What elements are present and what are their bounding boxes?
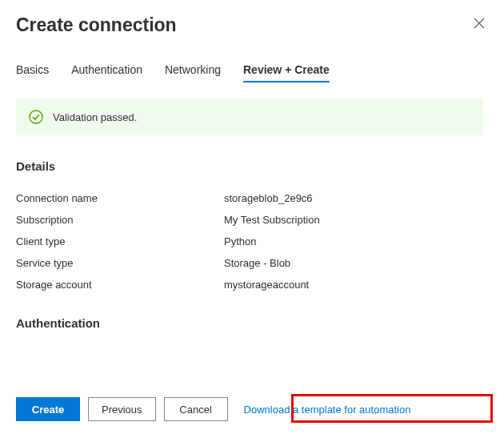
connection-name-value: storageblob_2e9c6 [224, 192, 313, 204]
validation-banner: Validation passed. [16, 98, 483, 135]
storage-account-label: Storage account [16, 279, 224, 291]
storage-account-value: mystorageaccount [224, 279, 309, 291]
client-type-label: Client type [16, 235, 224, 247]
kv-storage-account: Storage account mystorageaccount [16, 274, 483, 295]
footer-bar: Create Previous Cancel Download a templa… [0, 388, 504, 434]
download-template-link[interactable]: Download a template for automation [244, 404, 411, 416]
kv-service-type: Service type Storage - Blob [16, 252, 483, 274]
kv-subscription: Subscription My Test Subscription [16, 209, 483, 231]
client-type-value: Python [224, 235, 256, 247]
cancel-button[interactable]: Cancel [164, 397, 228, 421]
subscription-value: My Test Subscription [224, 214, 320, 226]
create-connection-panel: Create connection Basics Authentication … [0, 0, 504, 434]
panel-header: Create connection [16, 14, 488, 36]
previous-button[interactable]: Previous [88, 397, 156, 421]
tab-basics[interactable]: Basics [16, 58, 49, 82]
content-scroll[interactable]: Validation passed. Details Connection na… [16, 98, 488, 434]
panel-title: Create connection [16, 14, 177, 36]
tab-networking[interactable]: Networking [165, 58, 221, 82]
kv-connection-name: Connection name storageblob_2e9c6 [16, 187, 483, 209]
close-button[interactable] [470, 14, 488, 34]
service-type-value: Storage - Blob [224, 257, 290, 269]
tab-authentication[interactable]: Authentication [71, 58, 142, 82]
connection-name-label: Connection name [16, 192, 224, 204]
subscription-label: Subscription [16, 214, 224, 226]
details-section-title: Details [16, 159, 483, 173]
tab-strip: Basics Authentication Networking Review … [16, 58, 488, 82]
close-icon [474, 18, 485, 29]
tab-review-create[interactable]: Review + Create [243, 58, 330, 82]
service-type-label: Service type [16, 257, 224, 269]
create-button[interactable]: Create [16, 397, 80, 421]
kv-client-type: Client type Python [16, 231, 483, 252]
svg-point-0 [30, 111, 42, 123]
authentication-section-title: Authentication [16, 316, 483, 330]
validation-message: Validation passed. [53, 111, 137, 123]
success-check-icon [29, 110, 43, 124]
